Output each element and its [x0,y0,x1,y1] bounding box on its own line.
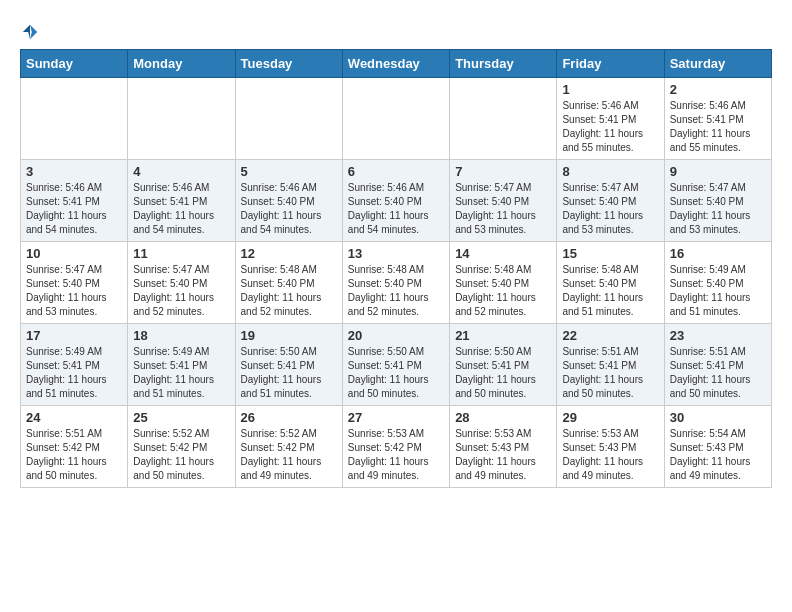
svg-marker-0 [30,24,37,38]
calendar-cell: 16Sunrise: 5:49 AM Sunset: 5:40 PM Dayli… [664,242,771,324]
calendar-cell: 21Sunrise: 5:50 AM Sunset: 5:41 PM Dayli… [450,324,557,406]
calendar-cell [21,78,128,160]
calendar-cell: 2Sunrise: 5:46 AM Sunset: 5:41 PM Daylig… [664,78,771,160]
day-info: Sunrise: 5:50 AM Sunset: 5:41 PM Dayligh… [241,345,337,401]
day-info: Sunrise: 5:47 AM Sunset: 5:40 PM Dayligh… [133,263,229,319]
day-info: Sunrise: 5:48 AM Sunset: 5:40 PM Dayligh… [455,263,551,319]
calendar-cell: 25Sunrise: 5:52 AM Sunset: 5:42 PM Dayli… [128,406,235,488]
day-info: Sunrise: 5:53 AM Sunset: 5:42 PM Dayligh… [348,427,444,483]
day-number: 1 [562,82,658,97]
day-info: Sunrise: 5:51 AM Sunset: 5:41 PM Dayligh… [670,345,766,401]
header [20,20,772,39]
calendar-cell: 9Sunrise: 5:47 AM Sunset: 5:40 PM Daylig… [664,160,771,242]
calendar-cell: 5Sunrise: 5:46 AM Sunset: 5:40 PM Daylig… [235,160,342,242]
calendar-cell: 29Sunrise: 5:53 AM Sunset: 5:43 PM Dayli… [557,406,664,488]
day-number: 15 [562,246,658,261]
day-info: Sunrise: 5:47 AM Sunset: 5:40 PM Dayligh… [26,263,122,319]
calendar-cell: 22Sunrise: 5:51 AM Sunset: 5:41 PM Dayli… [557,324,664,406]
calendar-cell: 8Sunrise: 5:47 AM Sunset: 5:40 PM Daylig… [557,160,664,242]
calendar-cell [450,78,557,160]
calendar-cell: 13Sunrise: 5:48 AM Sunset: 5:40 PM Dayli… [342,242,449,324]
calendar-cell: 7Sunrise: 5:47 AM Sunset: 5:40 PM Daylig… [450,160,557,242]
calendar-cell: 23Sunrise: 5:51 AM Sunset: 5:41 PM Dayli… [664,324,771,406]
calendar-cell: 30Sunrise: 5:54 AM Sunset: 5:43 PM Dayli… [664,406,771,488]
calendar-week-row: 1Sunrise: 5:46 AM Sunset: 5:41 PM Daylig… [21,78,772,160]
svg-marker-1 [23,24,30,38]
day-info: Sunrise: 5:48 AM Sunset: 5:40 PM Dayligh… [562,263,658,319]
day-number: 10 [26,246,122,261]
day-info: Sunrise: 5:51 AM Sunset: 5:41 PM Dayligh… [562,345,658,401]
day-number: 21 [455,328,551,343]
day-number: 3 [26,164,122,179]
calendar-cell: 14Sunrise: 5:48 AM Sunset: 5:40 PM Dayli… [450,242,557,324]
day-number: 6 [348,164,444,179]
day-number: 27 [348,410,444,425]
calendar-header-row: SundayMondayTuesdayWednesdayThursdayFrid… [21,50,772,78]
calendar-cell: 3Sunrise: 5:46 AM Sunset: 5:41 PM Daylig… [21,160,128,242]
calendar-cell: 28Sunrise: 5:53 AM Sunset: 5:43 PM Dayli… [450,406,557,488]
calendar-cell: 17Sunrise: 5:49 AM Sunset: 5:41 PM Dayli… [21,324,128,406]
calendar-week-row: 17Sunrise: 5:49 AM Sunset: 5:41 PM Dayli… [21,324,772,406]
day-number: 9 [670,164,766,179]
day-number: 2 [670,82,766,97]
calendar-header-wednesday: Wednesday [342,50,449,78]
day-number: 29 [562,410,658,425]
calendar-cell: 12Sunrise: 5:48 AM Sunset: 5:40 PM Dayli… [235,242,342,324]
day-info: Sunrise: 5:53 AM Sunset: 5:43 PM Dayligh… [455,427,551,483]
day-number: 11 [133,246,229,261]
day-number: 25 [133,410,229,425]
page: SundayMondayTuesdayWednesdayThursdayFrid… [0,0,792,498]
day-number: 17 [26,328,122,343]
day-info: Sunrise: 5:48 AM Sunset: 5:40 PM Dayligh… [241,263,337,319]
day-info: Sunrise: 5:46 AM Sunset: 5:41 PM Dayligh… [133,181,229,237]
day-number: 19 [241,328,337,343]
calendar-week-row: 24Sunrise: 5:51 AM Sunset: 5:42 PM Dayli… [21,406,772,488]
day-info: Sunrise: 5:49 AM Sunset: 5:41 PM Dayligh… [26,345,122,401]
calendar-week-row: 3Sunrise: 5:46 AM Sunset: 5:41 PM Daylig… [21,160,772,242]
calendar-cell: 4Sunrise: 5:46 AM Sunset: 5:41 PM Daylig… [128,160,235,242]
day-number: 14 [455,246,551,261]
calendar-cell: 24Sunrise: 5:51 AM Sunset: 5:42 PM Dayli… [21,406,128,488]
day-info: Sunrise: 5:46 AM Sunset: 5:41 PM Dayligh… [670,99,766,155]
calendar-header-saturday: Saturday [664,50,771,78]
calendar-cell: 18Sunrise: 5:49 AM Sunset: 5:41 PM Dayli… [128,324,235,406]
day-number: 20 [348,328,444,343]
day-info: Sunrise: 5:46 AM Sunset: 5:40 PM Dayligh… [241,181,337,237]
day-info: Sunrise: 5:52 AM Sunset: 5:42 PM Dayligh… [133,427,229,483]
day-info: Sunrise: 5:51 AM Sunset: 5:42 PM Dayligh… [26,427,122,483]
day-number: 23 [670,328,766,343]
calendar-cell: 10Sunrise: 5:47 AM Sunset: 5:40 PM Dayli… [21,242,128,324]
calendar-cell: 19Sunrise: 5:50 AM Sunset: 5:41 PM Dayli… [235,324,342,406]
calendar-cell: 26Sunrise: 5:52 AM Sunset: 5:42 PM Dayli… [235,406,342,488]
day-info: Sunrise: 5:47 AM Sunset: 5:40 PM Dayligh… [455,181,551,237]
day-info: Sunrise: 5:49 AM Sunset: 5:41 PM Dayligh… [133,345,229,401]
calendar-cell: 11Sunrise: 5:47 AM Sunset: 5:40 PM Dayli… [128,242,235,324]
day-number: 28 [455,410,551,425]
day-number: 5 [241,164,337,179]
calendar-cell [342,78,449,160]
day-info: Sunrise: 5:53 AM Sunset: 5:43 PM Dayligh… [562,427,658,483]
calendar-cell [235,78,342,160]
calendar-cell: 15Sunrise: 5:48 AM Sunset: 5:40 PM Dayli… [557,242,664,324]
calendar-week-row: 10Sunrise: 5:47 AM Sunset: 5:40 PM Dayli… [21,242,772,324]
calendar-cell: 20Sunrise: 5:50 AM Sunset: 5:41 PM Dayli… [342,324,449,406]
day-number: 22 [562,328,658,343]
calendar-cell: 27Sunrise: 5:53 AM Sunset: 5:42 PM Dayli… [342,406,449,488]
day-number: 13 [348,246,444,261]
day-info: Sunrise: 5:49 AM Sunset: 5:40 PM Dayligh… [670,263,766,319]
day-number: 16 [670,246,766,261]
day-number: 18 [133,328,229,343]
calendar-cell: 6Sunrise: 5:46 AM Sunset: 5:40 PM Daylig… [342,160,449,242]
day-number: 4 [133,164,229,179]
calendar-cell [128,78,235,160]
day-info: Sunrise: 5:46 AM Sunset: 5:41 PM Dayligh… [26,181,122,237]
day-number: 24 [26,410,122,425]
calendar-cell: 1Sunrise: 5:46 AM Sunset: 5:41 PM Daylig… [557,78,664,160]
day-info: Sunrise: 5:47 AM Sunset: 5:40 PM Dayligh… [670,181,766,237]
logo [20,20,39,39]
day-info: Sunrise: 5:46 AM Sunset: 5:40 PM Dayligh… [348,181,444,237]
calendar-header-tuesday: Tuesday [235,50,342,78]
day-info: Sunrise: 5:47 AM Sunset: 5:40 PM Dayligh… [562,181,658,237]
day-info: Sunrise: 5:46 AM Sunset: 5:41 PM Dayligh… [562,99,658,155]
day-number: 12 [241,246,337,261]
